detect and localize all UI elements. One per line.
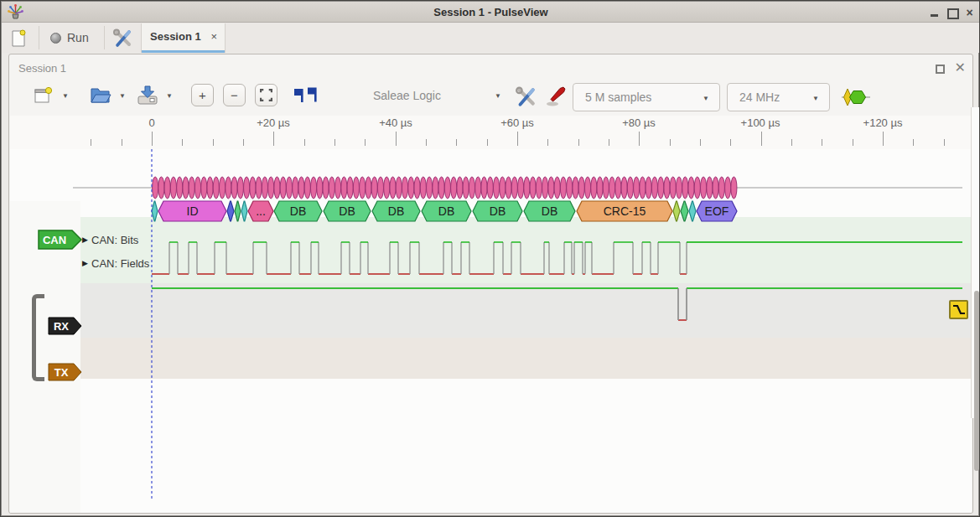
can-bits-expander[interactable]: ▶ <box>82 235 88 244</box>
can-bits-row-label: CAN: Bits <box>91 234 138 246</box>
can-bit-annotation <box>353 177 359 199</box>
can-bit-annotation <box>256 177 262 199</box>
save-icon[interactable] <box>137 85 158 106</box>
can-bit-annotation <box>213 177 219 199</box>
can-bit-annotation <box>640 177 646 199</box>
zoom-in-button[interactable]: + <box>191 84 214 106</box>
can-bit-annotation <box>420 177 426 199</box>
can-fields-expander[interactable]: ▶ <box>82 259 88 267</box>
panel-undock-icon[interactable] <box>936 65 945 74</box>
can-bit-annotation <box>170 177 176 199</box>
can-bit-annotation <box>293 177 298 199</box>
zoom-out-button[interactable]: − <box>223 84 246 106</box>
ruler-major-tick <box>639 132 640 146</box>
can-bit-annotation <box>237 177 243 199</box>
zoom-fit-button[interactable] <box>255 84 277 106</box>
channels-probe-icon[interactable] <box>546 85 566 108</box>
open-file-icon[interactable] <box>90 85 111 105</box>
tab-label: Session 1 <box>150 23 201 50</box>
titlebar[interactable]: Session 1 - PulseView × <box>2 2 980 23</box>
vertical-scrollbar-thumb[interactable] <box>974 291 979 471</box>
can-bit-annotation <box>578 177 584 199</box>
ruler-minor-tick <box>487 139 488 146</box>
main-toolbar: Run Session 1 × <box>2 23 980 53</box>
ruler-minor-tick <box>182 139 183 146</box>
can-bit-annotation <box>701 177 707 199</box>
can-bit-annotation <box>408 177 414 199</box>
ruler-minor-tick <box>91 139 91 146</box>
rx-channel-tag[interactable]: RX <box>48 317 82 335</box>
ruler-minor-tick <box>304 139 305 146</box>
trace-view[interactable]: ID...DBDBDBDBDBDBCRC-15EOF CAN ▶ CAN: Bi… <box>10 149 972 513</box>
vertical-scrollbar-track[interactable] <box>971 107 980 418</box>
sample-rate-value: 24 MHz <box>739 84 780 111</box>
can-bit-annotation <box>268 177 274 199</box>
ruler-time-label: +20 µs <box>257 116 290 129</box>
new-session-dropdown-caret[interactable]: ▼ <box>62 92 69 100</box>
can-bit-annotation <box>335 177 341 199</box>
ruler-major-tick <box>883 132 884 146</box>
can-bit-annotation <box>713 177 718 199</box>
device-dropdown-caret[interactable]: ▼ <box>495 92 501 100</box>
can-bit-annotation <box>451 177 457 199</box>
can-bit-annotation <box>226 177 231 199</box>
device-select[interactable]: Saleae Logic <box>373 89 441 102</box>
time-ruler[interactable]: 0+20 µs+40 µs+60 µs+80 µs+100 µs+120 µs <box>10 116 972 149</box>
ruler-minor-tick <box>944 139 945 146</box>
can-bit-annotation <box>220 177 226 199</box>
ruler-minor-tick <box>243 139 244 146</box>
can-bit-annotation <box>384 177 390 199</box>
session-panel: Session 1 ✕ ▼ ▼ ▼ + − <box>8 54 973 514</box>
sample-rate-select[interactable]: 24 MHz ▼ <box>727 83 830 111</box>
new-file-icon[interactable] <box>10 28 27 48</box>
can-bit-annotation <box>366 177 371 199</box>
tab-close-icon[interactable]: × <box>210 23 217 50</box>
can-bit-annotation <box>511 177 517 199</box>
can-bit-annotation <box>493 177 499 199</box>
maximize-button[interactable] <box>946 8 957 18</box>
can-bit-annotation <box>360 177 366 199</box>
can-bit-annotation <box>627 177 633 199</box>
can-bit-annotation <box>274 177 280 199</box>
can-bit-annotation <box>158 177 164 199</box>
zoom-fit-icon <box>260 89 272 101</box>
can-bit-annotation <box>427 177 433 199</box>
decoder-field-label: CRC-15 <box>604 204 646 218</box>
channel-group-bracket[interactable] <box>32 294 44 381</box>
sample-count-select[interactable]: 5 M samples ▼ <box>573 83 720 111</box>
can-bit-annotation <box>433 177 438 199</box>
tab-session-1[interactable]: Session 1 × <box>141 23 226 53</box>
new-session-icon[interactable] <box>33 85 53 106</box>
can-bit-annotation <box>396 177 402 199</box>
run-button[interactable]: Run <box>45 25 94 50</box>
can-bits-annotations[interactable] <box>153 177 737 199</box>
open-dropdown-caret[interactable]: ▼ <box>119 92 126 100</box>
can-bit-annotation <box>615 177 621 199</box>
window-title: Session 1 - PulseView <box>2 2 980 23</box>
markers-zoom-icon[interactable] <box>293 87 319 105</box>
minimize-button[interactable] <box>929 8 940 18</box>
settings-tools-icon[interactable] <box>112 28 132 49</box>
can-bit-annotation <box>177 177 183 199</box>
can-bit-annotation <box>725 177 731 199</box>
can-bit-annotation <box>304 177 310 199</box>
can-bit-annotation <box>475 177 481 199</box>
close-button[interactable]: × <box>964 8 975 18</box>
ruler-time-label: +120 µs <box>863 116 903 129</box>
can-bit-annotation <box>548 177 554 199</box>
can-bit-annotation <box>524 177 530 199</box>
can-group-tag[interactable]: CAN <box>38 230 82 250</box>
can-tag-label: CAN <box>43 234 66 246</box>
decoder-field-label: DB <box>490 204 506 218</box>
ruler-major-tick <box>152 132 153 146</box>
trigger-falling-edge-badge[interactable] <box>949 300 968 319</box>
tx-channel-tag[interactable]: TX <box>48 363 82 381</box>
can-bit-annotation <box>670 177 676 199</box>
ruler-minor-tick <box>609 139 609 146</box>
add-decoder-icon[interactable] <box>842 88 870 106</box>
can-bit-annotation <box>329 177 334 199</box>
can-bit-annotation <box>591 177 597 199</box>
save-dropdown-caret[interactable]: ▼ <box>166 92 173 100</box>
panel-close-icon[interactable]: ✕ <box>955 59 966 75</box>
device-config-icon[interactable] <box>515 86 537 108</box>
